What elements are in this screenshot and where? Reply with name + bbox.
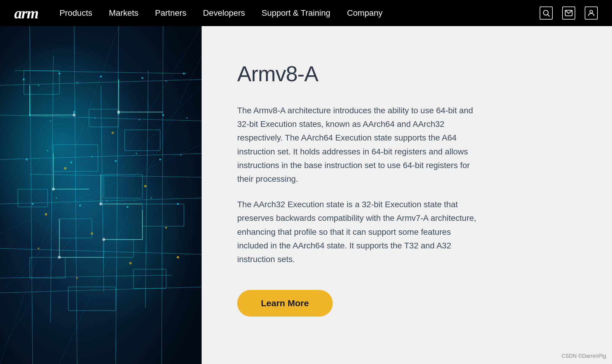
svg-point-74	[129, 262, 132, 264]
main-content: Armv8-A The Armv8-A architecture introdu…	[0, 26, 612, 364]
svg-point-46	[73, 111, 75, 113]
svg-point-51	[186, 117, 187, 119]
svg-point-68	[64, 167, 66, 170]
svg-point-72	[165, 227, 167, 229]
svg-point-38	[76, 82, 78, 83]
svg-point-67	[45, 213, 47, 215]
svg-line-1	[548, 15, 549, 16]
svg-point-61	[56, 197, 57, 199]
nav-item-company[interactable]: Company	[347, 8, 383, 18]
nav-item-products[interactable]: Products	[60, 8, 93, 18]
main-nav: Products Markets Partners Developers Sup…	[60, 8, 540, 18]
nav-item-markets[interactable]: Markets	[109, 8, 138, 18]
content-panel: Armv8-A The Armv8-A architecture introdu…	[202, 26, 612, 364]
svg-point-82	[102, 238, 105, 241]
svg-point-71	[91, 232, 93, 235]
svg-point-66	[177, 203, 179, 205]
svg-point-78	[117, 111, 120, 114]
svg-point-80	[99, 202, 102, 205]
hero-image-panel	[0, 26, 202, 364]
svg-point-49	[139, 119, 140, 120]
svg-point-59	[180, 154, 181, 156]
svg-point-63	[106, 200, 107, 202]
svg-point-58	[159, 159, 161, 160]
svg-point-56	[115, 160, 117, 162]
content-paragraph-2: The AArch32 Execution state is a 32-bit …	[237, 198, 480, 266]
header: arm Products Markets Partners Developers…	[0, 0, 612, 26]
watermark-text: CSDN ©DarrenPig	[562, 353, 606, 359]
svg-point-62	[79, 205, 81, 206]
svg-point-57	[136, 153, 137, 154]
svg-point-77	[73, 114, 76, 116]
svg-point-35	[23, 79, 25, 80]
svg-point-36	[38, 85, 39, 86]
svg-point-75	[76, 277, 78, 279]
svg-point-79	[52, 188, 55, 191]
nav-item-developers[interactable]: Developers	[203, 8, 245, 18]
svg-point-0	[544, 10, 548, 15]
content-paragraph-1: The Armv8-A architecture introduces the …	[237, 104, 480, 186]
svg-point-55	[91, 156, 93, 157]
mail-icon[interactable]	[562, 7, 575, 20]
svg-point-47	[94, 117, 95, 119]
svg-point-73	[38, 248, 39, 249]
svg-point-3	[590, 10, 592, 13]
svg-point-42	[165, 80, 167, 82]
svg-point-69	[111, 132, 114, 134]
svg-point-41	[141, 77, 143, 79]
learn-more-button[interactable]: Learn More	[237, 290, 333, 317]
svg-point-50	[162, 114, 164, 116]
svg-point-45	[50, 120, 51, 122]
page-title: Armv8-A	[237, 62, 576, 86]
svg-point-65	[151, 197, 152, 199]
svg-point-37	[58, 73, 60, 74]
header-icon-group	[540, 7, 598, 20]
svg-point-70	[144, 185, 146, 187]
nav-item-support-training[interactable]: Support & Training	[262, 8, 330, 18]
arm-logo[interactable]: arm	[14, 4, 38, 22]
svg-point-76	[177, 256, 179, 258]
svg-point-64	[127, 206, 128, 208]
svg-point-43	[183, 73, 185, 74]
svg-point-52	[26, 159, 28, 160]
search-icon[interactable]	[540, 7, 553, 20]
svg-point-60	[32, 203, 34, 205]
svg-point-53	[47, 150, 48, 151]
nav-item-partners[interactable]: Partners	[155, 8, 187, 18]
user-icon[interactable]	[585, 7, 598, 20]
